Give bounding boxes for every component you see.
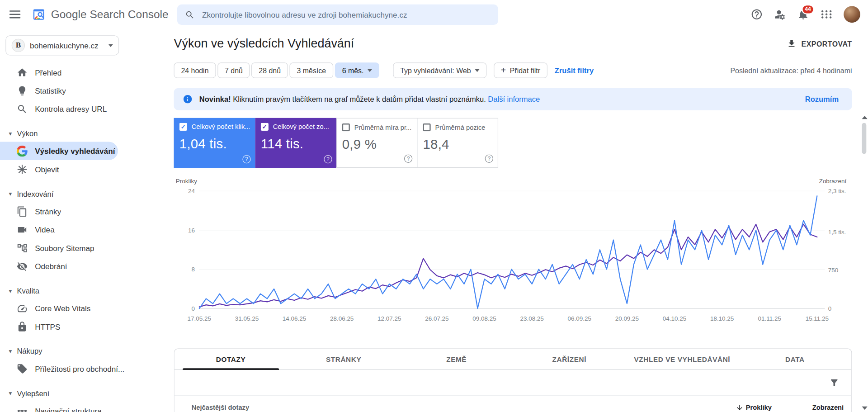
export-button[interactable]: EXPORTOVAT — [787, 39, 852, 49]
section-label: Kvalita — [17, 287, 39, 295]
discover-icon — [17, 164, 28, 175]
google-apps-grid-icon[interactable] — [821, 8, 833, 20]
removals-icon — [17, 260, 28, 271]
video-icon — [17, 224, 28, 235]
tab-countries[interactable]: ZEMĚ — [400, 349, 513, 369]
help-icon[interactable]: ? — [404, 155, 412, 163]
manage-users-icon[interactable] — [774, 8, 786, 20]
pages-icon — [17, 206, 28, 217]
sidebar-nav: PřehledStatistikyKontrola adresy URL▾Výk… — [0, 63, 125, 412]
metric-label: Průměrná míra pr... — [354, 123, 411, 131]
performance-chart-svg: ProklikyZobrazení08162407501,5 tis.2,3 t… — [174, 175, 852, 326]
announcement-banner: Novinka! Kliknutím pravým tlačítkem na g… — [174, 88, 852, 110]
metric-card-average-ctr[interactable]: Průměrná míra pr...0,9 %? — [336, 118, 417, 168]
sidebar-item-label: Odebrání — [35, 262, 67, 271]
table-header-impressions[interactable]: Zobrazení — [772, 404, 844, 412]
url-inspect-searchbar[interactable] — [177, 5, 498, 25]
scroll-up-arrow[interactable] — [862, 116, 868, 119]
sidebar-item-label: Příležitosti pro obchodní... — [35, 364, 124, 373]
performance-chart[interactable]: ProklikyZobrazení08162407501,5 tis.2,3 t… — [174, 175, 852, 328]
tab-devices[interactable]: ZAŘÍZENÍ — [513, 349, 626, 369]
sidebar-item-label: Videa — [35, 225, 55, 234]
sidebar-item-label: Core Web Vitals — [35, 304, 90, 313]
sidebar-item-pages[interactable]: Stránky — [0, 202, 125, 220]
sidebar-item-insights[interactable]: Statistiky — [0, 81, 125, 99]
checkbox-checked-icon[interactable]: ✓ — [179, 123, 187, 131]
chevron-down-icon: ▾ — [9, 347, 12, 355]
help-icon[interactable]: ? — [324, 155, 332, 163]
date-range-chip-24-hours[interactable]: 24 hodin — [174, 62, 216, 78]
svg-text:0: 0 — [828, 305, 831, 312]
sidebar-item-navigation-structure[interactable]: Navigační struktura — [0, 402, 125, 412]
notifications-bell-icon[interactable]: 44 — [797, 8, 809, 20]
dimensions-card: DOTAZYSTRÁNKYZEMĚZAŘÍZENÍVZHLED VE VYHLE… — [174, 348, 852, 412]
tab-pages[interactable]: STRÁNKY — [287, 349, 400, 369]
section-label: Indexování — [17, 189, 53, 198]
sidebar-item-https[interactable]: HTTPS — [0, 317, 125, 336]
date-range-chip-7-days[interactable]: 7 dnů — [217, 62, 250, 78]
svg-text:09.08.25: 09.08.25 — [472, 315, 496, 322]
svg-text:14.06.25: 14.06.25 — [283, 315, 306, 322]
filter-table-icon[interactable] — [829, 378, 839, 388]
search-input[interactable] — [201, 9, 490, 19]
sidebar-item-url-inspection[interactable]: Kontrola adresy URL — [0, 99, 125, 118]
sidebar-section-quality[interactable]: ▾Kvalita — [0, 282, 125, 299]
sidebar-item-core-web-vitals[interactable]: Core Web Vitals — [0, 299, 125, 317]
help-icon[interactable]: ? — [485, 155, 493, 163]
add-filter-chip[interactable]: + Přidat filtr — [494, 62, 547, 78]
checkbox-unchecked-icon[interactable] — [423, 123, 431, 131]
lock-icon — [17, 321, 28, 332]
banner-dismiss-button[interactable]: Rozumím — [805, 95, 843, 103]
table-header-clicks-sorted[interactable]: Prokliky — [700, 404, 772, 412]
sidebar-section-enhancements[interactable]: ▾Vylepšení — [0, 385, 125, 402]
sidebar-section-shopping[interactable]: ▾Nákupy — [0, 343, 125, 360]
sidebar-item-merchant-opportunities[interactable]: Příležitosti pro obchodní... — [0, 360, 125, 378]
svg-text:Zobrazení: Zobrazení — [819, 178, 847, 185]
app-logo[interactable]: Google Search Console — [32, 7, 169, 22]
sidebar-item-sitemaps[interactable]: Soubory Sitemap — [0, 239, 125, 257]
chevron-down-icon: ▾ — [9, 287, 12, 294]
table-header-queries[interactable]: Nejčastější dotazy — [192, 404, 700, 412]
svg-text:18.10.25: 18.10.25 — [710, 315, 734, 322]
sidebar-item-search-results[interactable]: Výsledky vyhledávání — [0, 142, 118, 160]
svg-text:04.10.25: 04.10.25 — [663, 315, 686, 322]
date-range-chip-6-months[interactable]: 6 měs. — [335, 62, 379, 78]
scroll-down-arrow[interactable] — [862, 407, 868, 410]
tab-search-appearance[interactable]: VZHLED VE VYHLEDÁVÁNÍ — [626, 349, 739, 369]
reset-filters-link[interactable]: Zrušit filtry — [555, 66, 594, 74]
search-icon — [17, 103, 28, 114]
tab-dates[interactable]: DATA — [739, 349, 852, 369]
chevron-down-icon: ▾ — [9, 130, 12, 137]
sidebar-item-label: Navigační struktura — [35, 406, 102, 412]
help-icon[interactable]: ? — [242, 155, 250, 163]
checkbox-checked-icon[interactable]: ✓ — [261, 123, 269, 131]
help-icon[interactable] — [750, 8, 763, 20]
hamburger-menu-icon[interactable] — [9, 10, 20, 18]
search-console-app: Google Search Console 44 — [0, 0, 868, 412]
svg-text:15.11.25: 15.11.25 — [806, 315, 829, 322]
app-title: Google Search Console — [51, 8, 169, 21]
chevron-down-icon — [108, 44, 113, 47]
metric-card-average-position[interactable]: Průměrná pozice18,4? — [417, 118, 498, 168]
sidebar-item-discover[interactable]: Objevit — [0, 160, 125, 178]
sidebar-item-videos[interactable]: Videa — [0, 220, 125, 238]
search-type-chip[interactable]: Typ vyhledávání: Web — [393, 62, 486, 78]
page-title: Výkon ve výsledcích Vyhledávání — [174, 37, 354, 51]
sidebar-item-overview[interactable]: Přehled — [0, 63, 125, 81]
metric-card-total-impressions[interactable]: ✓Celkový počet zo...114 tis.? — [255, 118, 336, 168]
sidebar-item-label: Stránky — [35, 207, 61, 216]
date-range-chip-28-days[interactable]: 28 dnů — [251, 62, 288, 78]
metric-card-total-clicks[interactable]: ✓Celkový počet klik...1,04 tis.? — [174, 118, 255, 168]
property-selector[interactable]: B bohemiakuchyne.cz — [5, 35, 119, 55]
checkbox-unchecked-icon[interactable] — [342, 123, 350, 131]
sidebar-section-indexing[interactable]: ▾Indexování — [0, 185, 125, 202]
lightbulb-icon — [17, 85, 28, 96]
sidebar-section-performance[interactable]: ▾Výkon — [0, 125, 125, 142]
account-avatar[interactable] — [844, 6, 860, 23]
sidebar-item-removals[interactable]: Odebrání — [0, 257, 125, 275]
scrollbar-thumb[interactable] — [862, 123, 867, 154]
banner-learn-more-link[interactable]: Další informace — [488, 95, 540, 103]
svg-text:17.05.25: 17.05.25 — [188, 315, 211, 322]
tab-queries[interactable]: DOTAZY — [175, 349, 288, 369]
date-range-chip-3-months[interactable]: 3 měsíce — [290, 62, 333, 78]
